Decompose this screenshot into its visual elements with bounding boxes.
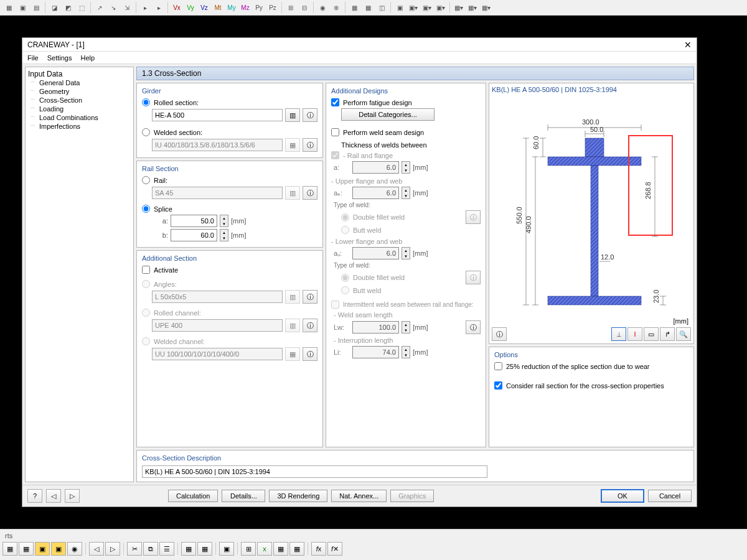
tree-item-loading[interactable]: Loading — [28, 105, 131, 113]
stress-icon[interactable]: I — [627, 327, 642, 341]
tb-pz-icon[interactable]: Pz — [266, 1, 279, 14]
tb-icon[interactable]: ▣ — [51, 542, 66, 556]
tb-icon[interactable]: ▣ — [35, 542, 50, 556]
details-button[interactable]: Details... — [222, 490, 265, 502]
info-icon[interactable]: ⓘ — [303, 138, 317, 152]
axes-icon[interactable]: ↱ — [660, 327, 675, 341]
prev-icon[interactable]: ◁ — [46, 489, 61, 503]
tb-icon[interactable]: ◩ — [62, 1, 74, 14]
detail-categories-button[interactable]: Detail Categories... — [341, 108, 435, 121]
tb-icon[interactable]: ◫ — [375, 1, 388, 14]
print-icon[interactable]: 🔍 — [676, 327, 691, 341]
info-icon[interactable]: ⓘ — [303, 290, 317, 304]
tb-mt-icon[interactable]: Mt — [212, 1, 224, 14]
tb-icon[interactable]: ▸ — [153, 1, 165, 14]
tb-icon[interactable]: ▣ — [219, 542, 234, 556]
tb-icon[interactable]: ↗ — [93, 1, 106, 14]
tb-icon[interactable]: ▸ — [139, 1, 151, 14]
tree-item-load-combinations[interactable]: Load Combinations — [28, 113, 131, 122]
tree-item-geometry[interactable]: Geometry — [28, 87, 131, 96]
excel-icon[interactable]: x — [257, 542, 272, 556]
tb-icon[interactable]: ▦▾ — [453, 1, 465, 14]
tb-icon[interactable]: ▦▾ — [466, 1, 479, 14]
tb-icon[interactable]: ▦ — [19, 542, 34, 556]
tb-icon[interactable]: ⧉ — [143, 542, 158, 556]
tb-icon[interactable]: ▦ — [2, 542, 17, 556]
render-button[interactable]: 3D Rendering — [269, 490, 327, 502]
tb-icon[interactable]: ▣ — [393, 1, 406, 14]
tb-icon[interactable]: ▤ — [30, 1, 42, 14]
weld-seam-check[interactable] — [331, 128, 339, 136]
tb-icon[interactable]: ◁ — [89, 542, 104, 556]
annex-button[interactable]: Nat. Annex... — [331, 490, 387, 502]
consider-check[interactable] — [494, 381, 502, 390]
tb-vx-icon[interactable]: Vx — [171, 1, 183, 14]
tree-root[interactable]: Input Data — [28, 70, 131, 78]
activate-check[interactable] — [142, 266, 150, 274]
info-icon[interactable]: ⓘ — [303, 186, 317, 200]
tb-icon[interactable]: ⬚ — [75, 1, 88, 14]
info-icon[interactable]: ⓘ — [466, 210, 481, 224]
tb-icon[interactable]: ↘ — [107, 1, 120, 14]
a-spinner[interactable]: ▲▼ — [220, 215, 228, 227]
tb-icon[interactable]: ⊞ — [284, 1, 297, 14]
info-icon[interactable]: ⓘ — [492, 327, 507, 341]
ok-button[interactable]: OK — [601, 489, 644, 503]
rail-radio[interactable] — [142, 176, 150, 184]
cancel-button[interactable]: Cancel — [648, 490, 692, 502]
library-icon[interactable]: ▥ — [285, 108, 300, 122]
info-icon[interactable]: ⓘ — [466, 320, 481, 334]
b-spinner[interactable]: ▲▼ — [220, 229, 228, 241]
tb-icon[interactable]: ▣ — [16, 1, 29, 14]
fx-icon[interactable]: fx — [311, 542, 326, 556]
info-icon[interactable]: ⓘ — [303, 347, 317, 361]
tb-icon[interactable]: ▦ — [289, 542, 304, 556]
tb-icon[interactable]: ▦▾ — [480, 1, 492, 14]
tree-item-general[interactable]: General Data — [28, 78, 131, 87]
rolled-input[interactable] — [152, 109, 283, 121]
rolled-radio[interactable] — [142, 98, 150, 106]
tb-icon[interactable]: ☰ — [159, 542, 174, 556]
tb-icon[interactable]: ◉ — [316, 1, 329, 14]
tb-icon[interactable]: ▣▾ — [421, 1, 433, 14]
tb-icon[interactable]: ⊟ — [298, 1, 311, 14]
reduce-check[interactable] — [494, 362, 502, 370]
tb-icon[interactable]: ▦ — [181, 542, 196, 556]
tb-icon[interactable]: ⇲ — [121, 1, 133, 14]
tb-icon[interactable]: ◉ — [67, 542, 82, 556]
cs-desc-input[interactable] — [142, 465, 487, 478]
menu-file[interactable]: File — [27, 54, 39, 62]
tb-icon[interactable]: ▦ — [197, 542, 212, 556]
tb-icon[interactable]: ▦ — [348, 1, 360, 14]
fatigue-check[interactable] — [331, 98, 339, 106]
tb-icon[interactable]: ▦ — [273, 542, 288, 556]
tb-icon[interactable]: ⊕ — [330, 1, 342, 14]
tb-my-icon[interactable]: My — [225, 1, 238, 14]
next-icon[interactable]: ▷ — [65, 489, 80, 503]
tb-py-icon[interactable]: Py — [253, 1, 265, 14]
close-icon[interactable]: ✕ — [684, 40, 692, 50]
tb-vy-icon[interactable]: Vy — [184, 1, 197, 14]
info-icon[interactable]: ⓘ — [466, 271, 481, 284]
tb-vz-icon[interactable]: Vz — [198, 1, 210, 14]
menu-settings[interactable]: Settings — [47, 54, 72, 62]
tree-item-cross-section[interactable]: Cross-Section — [28, 96, 131, 105]
tb-icon[interactable]: ▦ — [2, 1, 15, 14]
info-icon[interactable]: ⓘ — [303, 108, 317, 122]
calculation-button[interactable]: Calculation — [168, 490, 218, 502]
tb-icon[interactable]: ⊞ — [241, 542, 256, 556]
tb-icon[interactable]: ▦ — [362, 1, 374, 14]
tree-item-imperfections[interactable]: Imperfections — [28, 122, 131, 131]
menu-help[interactable]: Help — [80, 54, 95, 62]
tb-icon[interactable]: ◪ — [48, 1, 60, 14]
info-icon[interactable]: ⓘ — [303, 319, 317, 332]
splice-radio[interactable] — [142, 205, 150, 213]
tb-mz-icon[interactable]: Mz — [239, 1, 251, 14]
tb-icon[interactable]: ▣▾ — [407, 1, 420, 14]
values-icon[interactable]: ▭ — [644, 327, 659, 341]
welded-radio[interactable] — [142, 128, 150, 136]
view-icon[interactable]: ⟂ — [611, 327, 626, 341]
tb-icon[interactable]: ▣▾ — [435, 1, 447, 14]
tb-icon[interactable]: ▷ — [105, 542, 120, 556]
b-input[interactable] — [171, 229, 217, 241]
